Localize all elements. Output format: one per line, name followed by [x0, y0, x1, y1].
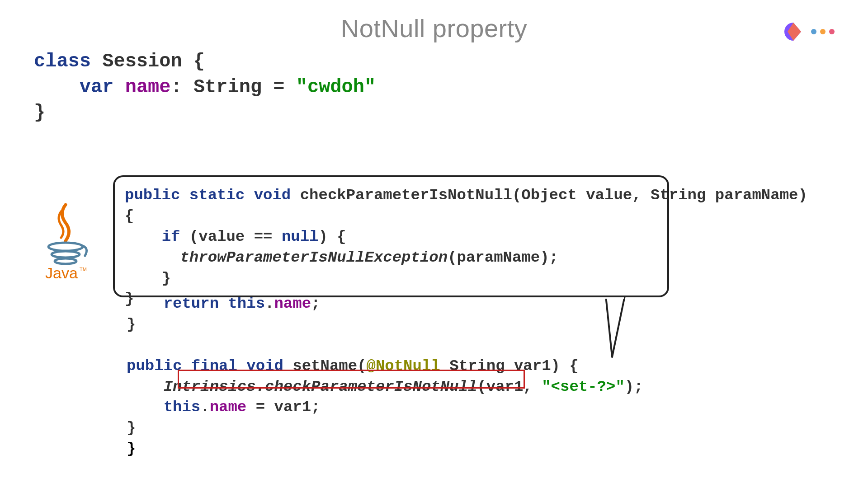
code-text: ); — [625, 378, 643, 395]
keyword-var: var — [80, 76, 114, 98]
brace: } — [125, 290, 134, 307]
keyword-public-static-void: public static void — [125, 187, 291, 204]
property-name: name — [274, 295, 311, 312]
svg-text:TM: TM — [80, 267, 87, 272]
code-text: Session { — [91, 51, 205, 72]
keyword-return-this: return this — [164, 295, 265, 312]
brace: } — [34, 102, 45, 123]
indent — [34, 76, 80, 98]
callout-code-box: public static void checkParameterIsNotNu… — [113, 175, 669, 297]
svg-point-0 — [811, 29, 816, 34]
dot: . — [200, 399, 209, 416]
kotlin-logo-icon — [782, 18, 836, 47]
highlight-rectangle — [178, 370, 525, 389]
slide-title: NotNull property — [0, 14, 868, 43]
callout-tail-icon — [593, 296, 629, 363]
svg-point-3 — [48, 243, 83, 251]
string-literal: "<set-?>" — [542, 378, 625, 395]
throw-call: throwParameterIsNullException — [180, 249, 448, 266]
svg-point-5 — [55, 258, 76, 264]
code-text: (value == — [180, 228, 281, 245]
svg-point-2 — [829, 29, 835, 34]
keyword-null: null — [282, 228, 319, 245]
property-name: name — [125, 76, 171, 98]
semi: ; — [311, 295, 320, 312]
kotlin-code-block: class Session { var name: String = "cwdo… — [34, 49, 376, 126]
svg-text:Java: Java — [45, 264, 78, 282]
indent — [127, 399, 164, 416]
indent — [127, 378, 164, 395]
svg-point-1 — [820, 29, 826, 34]
code-text: : String = — [171, 76, 296, 98]
java-logo-icon: Java TM — [41, 202, 90, 283]
code-text: ) { — [319, 228, 346, 245]
string-literal: "cwdoh" — [296, 76, 376, 98]
code-text: checkParameterIsNotNull(Object value, St… — [291, 187, 807, 204]
code-text: = var1; — [246, 399, 320, 416]
svg-marker-8 — [593, 296, 625, 357]
property-name: name — [210, 399, 247, 416]
brace: } — [127, 419, 136, 436]
keyword-if: if — [162, 228, 180, 245]
dot: . — [265, 295, 274, 312]
brace: { — [125, 207, 134, 225]
code-text: (paramName); — [448, 249, 558, 266]
svg-point-4 — [52, 251, 80, 258]
space — [113, 76, 125, 98]
indent — [125, 228, 162, 245]
indent — [125, 249, 180, 266]
keyword-this: this — [164, 399, 201, 416]
brace: } — [125, 270, 171, 287]
keyword-class: class — [34, 51, 91, 72]
brace: } — [127, 316, 136, 333]
